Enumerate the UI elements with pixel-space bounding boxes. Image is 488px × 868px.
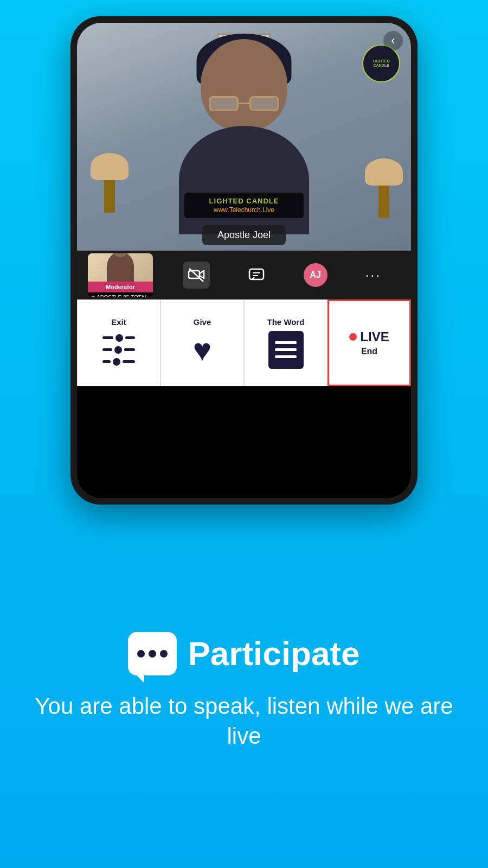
svg-rect-2 <box>249 269 264 279</box>
heart-icon-big: ♥ <box>193 334 211 366</box>
person-head <box>201 39 287 131</box>
heart-icon: ♥ <box>91 293 95 297</box>
moderator-label: Moderator <box>88 282 153 292</box>
participant-name: APOSTLE <box>97 295 121 297</box>
participant-thumbnail[interactable]: Moderator ♥ APOSTLE 85 TOTAL <box>88 253 153 297</box>
bottom-info: Participate You are able to speak, liste… <box>0 505 488 868</box>
speaker-name: Apostle Joel <box>202 225 286 245</box>
live-end-button[interactable]: LIVE End <box>328 299 411 386</box>
camera-off-button[interactable] <box>183 261 210 289</box>
give-icon: ♥ <box>183 331 221 369</box>
give-label: Give <box>194 317 211 327</box>
lamp-left <box>93 153 126 218</box>
the-word-button[interactable]: The Word <box>244 299 328 386</box>
participant-stats: ♥ APOSTLE 85 TOTAL <box>88 292 153 297</box>
lamp-right <box>368 158 400 224</box>
live-label: LIVE <box>360 329 389 344</box>
end-label: End <box>361 347 377 356</box>
banner-url: www.Telechurch.Live <box>214 206 274 214</box>
exit-button[interactable]: Exit <box>77 299 160 386</box>
live-dot-icon <box>349 333 357 341</box>
the-word-icon <box>267 331 305 369</box>
action-buttons: Exit <box>77 299 411 386</box>
the-word-label: The Word <box>267 317 305 327</box>
description-text: You are able to speak, listen while we a… <box>33 692 455 751</box>
live-end-content: LIVE End <box>349 329 389 356</box>
control-icons: AJ ··· <box>164 261 400 289</box>
phone-shell: LIGHTED CANDLE www.Telechurch.Live LIGHT… <box>70 16 418 505</box>
video-banner: LIGHTED CANDLE www.Telechurch.Live <box>184 193 304 218</box>
chat-button[interactable] <box>248 266 265 284</box>
user-avatar[interactable]: AJ <box>304 263 328 287</box>
participant-hearts: 85 TOTAL <box>123 295 147 297</box>
banner-name: LIGHTED CANDLE <box>209 197 279 205</box>
video-area: LIGHTED CANDLE www.Telechurch.Live LIGHT… <box>77 23 411 251</box>
exit-label: Exit <box>111 317 126 327</box>
more-button[interactable]: ··· <box>365 267 381 283</box>
more-dots-icon: ··· <box>365 267 381 283</box>
chat-bubble-icon <box>128 632 177 675</box>
back-button[interactable]: ‹ <box>383 31 403 50</box>
participate-row: Participate <box>128 632 359 675</box>
participate-heading: Participate <box>188 637 359 671</box>
controls-bar: Moderator ♥ APOSTLE 85 TOTAL <box>77 251 411 299</box>
person-body <box>179 126 309 234</box>
phone-screen: LIGHTED CANDLE www.Telechurch.Live LIGHT… <box>77 23 411 498</box>
avatar-initials: AJ <box>310 270 320 280</box>
give-button[interactable]: Give ♥ <box>160 299 244 386</box>
person-glasses <box>209 96 279 111</box>
chat-dots <box>137 650 168 658</box>
exit-icon <box>100 331 138 369</box>
